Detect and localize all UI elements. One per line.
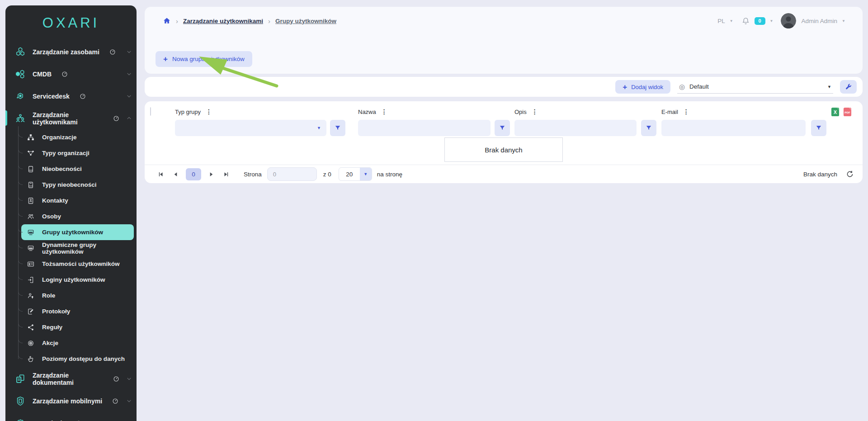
column-header-email[interactable]: E-mail ⋮ xyxy=(661,109,831,115)
bell-icon[interactable] xyxy=(741,17,750,25)
first-page-button[interactable] xyxy=(153,171,168,178)
column-header-description[interactable]: Opis ⋮ xyxy=(514,109,661,115)
sidebar-item-protocols[interactable]: Protokoły xyxy=(21,303,134,319)
user-groups-table-card: Typ grupy ⋮ Nazwa ⋮ Opis ⋮ E-mail ⋮ X PD… xyxy=(145,101,863,183)
servicedesk-icon xyxy=(15,91,26,101)
email-filter-button[interactable] xyxy=(811,120,826,136)
gauge-icon xyxy=(61,71,68,77)
export-pdf-icon[interactable]: PDF xyxy=(843,107,852,117)
main-content: › Zarządzanie użytkownikami › Grupy użyt… xyxy=(145,0,863,421)
previous-page-button[interactable] xyxy=(168,171,183,178)
last-page-button[interactable] xyxy=(219,171,234,178)
language-selector[interactable]: PL xyxy=(717,18,725,24)
configure-view-button[interactable] xyxy=(840,80,857,94)
wrench-icon xyxy=(844,83,852,91)
sidebar-item-label: Typy nieobecności xyxy=(42,181,97,188)
name-filter-button[interactable] xyxy=(495,120,510,136)
sidebar-item-user-management[interactable]: Zarządzanie użytkownikami xyxy=(5,107,137,129)
header-card: › Zarządzanie użytkownikami › Grupy użyt… xyxy=(145,7,863,74)
chevron-down-icon[interactable]: ▼ xyxy=(842,19,845,23)
sidebar-item-data-access-levels[interactable]: Poziomy dostępu do danych xyxy=(21,351,134,367)
view-select[interactable]: ◎ Default ▼ xyxy=(677,80,833,94)
description-filter-button[interactable] xyxy=(641,120,656,136)
description-filter-input[interactable] xyxy=(514,120,637,136)
sidebar-item-label: Osoby xyxy=(42,213,61,220)
avatar[interactable] xyxy=(781,13,796,28)
group-type-filter-button[interactable] xyxy=(330,120,345,136)
gauge-icon xyxy=(113,376,119,382)
sidebar-item-label: Organizacje xyxy=(42,134,77,141)
column-menu-icon[interactable]: ⋮ xyxy=(683,109,689,115)
sidebar-item-people[interactable]: Osoby xyxy=(21,208,134,224)
email-filter-input[interactable] xyxy=(661,120,806,136)
chevron-down-icon[interactable] xyxy=(126,49,132,55)
sidebar-item-servicedesk[interactable]: Servicedesk xyxy=(5,85,137,107)
sidebar-item-absence-types[interactable]: Typy nieobecności xyxy=(21,177,134,193)
sidebar-item-user-identities[interactable]: Tożsamości użytkowników xyxy=(21,256,134,272)
protocols-icon xyxy=(27,308,35,315)
chevron-down-icon[interactable] xyxy=(126,376,132,382)
sidebar-item-actions[interactable]: Akcje xyxy=(21,335,134,351)
sidebar-item-asset-management[interactable]: Zarządzanie zasobami xyxy=(5,41,137,63)
sidebar-item-organization-types[interactable]: Typy organizacji xyxy=(21,145,134,161)
sidebar-item-label: Zarządzanie użytkownikami xyxy=(33,111,103,126)
column-menu-icon[interactable]: ⋮ xyxy=(381,109,387,115)
column-menu-icon[interactable]: ⋮ xyxy=(206,109,212,115)
chevron-up-icon[interactable] xyxy=(126,115,132,121)
empty-state-message: Brak danych xyxy=(444,137,563,162)
next-page-button[interactable] xyxy=(204,171,219,178)
sidebar-item-mobile-management[interactable]: Zarządzanie mobilnymi xyxy=(5,390,137,412)
user-menu[interactable]: Admin Admin xyxy=(802,18,838,24)
header-chrome: PL ▼ 0 ▼ Admin Admin ▼ xyxy=(717,13,845,28)
sidebar-item-roles[interactable]: Role xyxy=(21,288,134,303)
page-size-select[interactable]: 20 ▼ xyxy=(339,167,372,181)
select-all-checkbox[interactable] xyxy=(150,107,151,116)
sidebar-item-absences[interactable]: Nieobecności xyxy=(21,161,134,177)
view-select-value: Default xyxy=(689,83,709,90)
gauge-icon xyxy=(113,115,119,122)
sidebar-item-contacts[interactable]: Kontakty xyxy=(21,193,134,208)
column-header-group-type[interactable]: Typ grupy ⋮ xyxy=(175,109,358,115)
sidebar-item-cmdb[interactable]: CMDB xyxy=(5,63,137,85)
sidebar-item-dynamic-user-groups[interactable]: Dynamiczne grupy użytkowników xyxy=(21,240,134,256)
refresh-icon[interactable] xyxy=(846,170,854,178)
sidebar-item-organizations[interactable]: Organizacje xyxy=(21,129,134,145)
sidebar-item-label: CMDB xyxy=(33,71,52,78)
current-page-button[interactable]: 0 xyxy=(186,168,201,180)
chevron-down-icon[interactable] xyxy=(126,93,132,99)
sidebar-item-label: Role xyxy=(42,292,55,299)
add-view-button[interactable]: + Dodaj widok xyxy=(615,80,670,94)
home-icon[interactable] xyxy=(163,17,171,25)
sidebar-item-user-groups[interactable]: Grupy użytkowników xyxy=(21,224,134,240)
people-icon xyxy=(27,213,35,220)
column-header-name[interactable]: Nazwa ⋮ xyxy=(358,109,514,115)
sidebar-item-user-logins[interactable]: Loginy użytkowników xyxy=(21,272,134,288)
chevron-down-icon[interactable] xyxy=(126,71,132,77)
export-buttons: X PDF xyxy=(831,107,864,117)
chevron-down-icon[interactable]: ▼ xyxy=(730,19,733,23)
sidebar-item-settings[interactable]: Ustawienia xyxy=(5,412,137,421)
sidebar-item-document-management[interactable]: Zarządzanie dokumentami xyxy=(5,368,137,390)
user-management-submenu: Organizacje Typy organizacji Nieobecnośc… xyxy=(21,129,134,367)
export-excel-icon[interactable]: X xyxy=(831,107,840,117)
logins-icon xyxy=(27,276,35,284)
cmdb-icon xyxy=(15,69,26,79)
per-page-label: na stronę xyxy=(377,171,402,178)
data-access-icon xyxy=(27,355,35,363)
breadcrumb-link-user-management[interactable]: Zarządzanie użytkownikami xyxy=(183,18,263,24)
assets-icon xyxy=(15,47,26,57)
chevron-down-icon[interactable] xyxy=(126,398,132,404)
sidebar-item-rules[interactable]: Reguły xyxy=(21,319,134,335)
new-user-group-button[interactable]: + Nowa grupa użytkowników xyxy=(156,51,252,67)
sidebar-item-label: Zarządzanie mobilnymi xyxy=(33,397,102,405)
breadcrumb-link-user-groups[interactable]: Grupy użytkowników xyxy=(275,18,336,24)
column-menu-icon[interactable]: ⋮ xyxy=(532,109,538,115)
user-groups-icon xyxy=(27,229,35,236)
gauge-icon xyxy=(80,93,86,99)
name-filter-input[interactable] xyxy=(358,120,491,136)
page-number-input[interactable] xyxy=(267,167,317,181)
gauge-icon xyxy=(109,49,116,55)
org-types-icon xyxy=(27,150,35,157)
group-type-filter-select[interactable]: ▼ xyxy=(175,120,326,136)
chevron-down-icon[interactable]: ▼ xyxy=(770,19,774,23)
